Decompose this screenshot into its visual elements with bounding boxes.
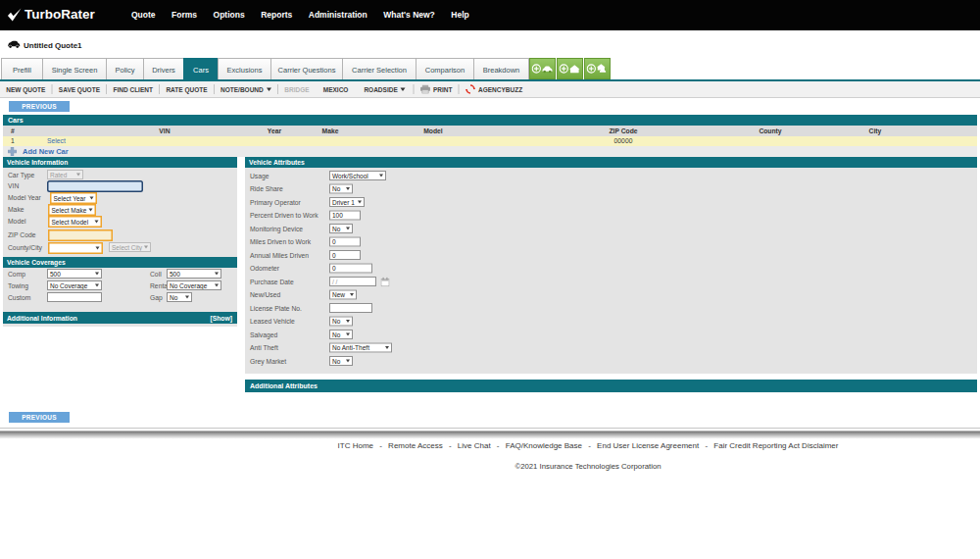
menu-options[interactable]: Options	[214, 11, 245, 21]
quote-title: Untitled Quote1	[24, 41, 82, 50]
towing-label: Towing	[8, 282, 28, 290]
comp-select[interactable]: 500	[47, 269, 102, 279]
add-auto-quote-button[interactable]	[529, 58, 556, 79]
model-year-select[interactable]: Select Year	[50, 192, 97, 204]
add-auto-home-quote-button[interactable]	[584, 58, 611, 79]
annual-miles-input[interactable]: 0	[329, 250, 361, 260]
find-client-button[interactable]: FIND CLIENT	[107, 85, 159, 93]
ride-share-select[interactable]: No	[329, 184, 353, 194]
car-row-1: 1 Select 00000	[3, 136, 977, 146]
footer-link-itc-home[interactable]: ITC Home	[336, 441, 375, 450]
percent-driven-label: Percent Driven to Work	[250, 212, 318, 220]
menu-forms[interactable]: Forms	[172, 11, 197, 21]
quote-header-row: Untitled Quote1	[0, 30, 980, 58]
new-quote-button[interactable]: NEW QUOTE	[0, 85, 52, 93]
county-select[interactable]	[48, 242, 103, 254]
column-header-vin: VIN	[159, 127, 170, 135]
menu-reports[interactable]: Reports	[261, 11, 292, 21]
footer-links: ITC Home - Remote Access - Live Chat - F…	[245, 441, 931, 450]
car-type-label: Car Type	[8, 172, 34, 179]
vin-input[interactable]	[47, 180, 143, 192]
custom-input[interactable]	[47, 292, 102, 302]
leased-vehicle-label: Leased Vehicle	[250, 318, 295, 326]
tab-cars[interactable]: Cars	[183, 58, 219, 79]
add-home-quote-button[interactable]	[557, 58, 583, 79]
grey-market-label: Grey Market	[250, 358, 286, 366]
leased-vehicle-select[interactable]: No	[329, 317, 353, 327]
miles-driven-input[interactable]: 0	[329, 237, 361, 247]
previous-button-top[interactable]: PREVIOUS	[9, 101, 70, 112]
roadside-button[interactable]: ROADSIDE	[356, 85, 413, 93]
tab-prefill[interactable]: Prefill	[1, 58, 43, 79]
zip-code-input[interactable]	[48, 229, 113, 241]
calendar-icon[interactable]	[381, 278, 390, 287]
footer-link-remote-access[interactable]: Remote Access	[386, 441, 445, 450]
new-used-select[interactable]: New	[329, 290, 357, 300]
tab-single-screen[interactable]: Single Screen	[42, 58, 107, 79]
monitoring-device-label: Monitoring Device	[250, 226, 303, 233]
make-label: Make	[8, 206, 24, 214]
tab-breakdown[interactable]: Breakdown	[473, 58, 529, 79]
gap-label: Gap	[150, 294, 163, 302]
mexico-button[interactable]: MEXICO	[316, 85, 357, 93]
print-button[interactable]: PRINT	[415, 85, 459, 94]
vehicle-coverages-header: Vehicle Coverages	[3, 257, 237, 268]
salvaged-select[interactable]: No	[329, 330, 353, 339]
tab-comparison[interactable]: Comparison	[416, 58, 474, 79]
rental-select[interactable]: No Coverage	[167, 280, 221, 290]
agencybuzz-button[interactable]: AGENCYBUZZ	[460, 84, 529, 94]
column-header-city: City	[869, 127, 882, 135]
tab-carrier-selection[interactable]: Carrier Selection	[342, 58, 416, 79]
footer-link-faq[interactable]: FAQ/Knowledge Base	[504, 441, 584, 450]
odometer-input[interactable]: 0	[329, 264, 372, 274]
menu-administration[interactable]: Administration	[309, 11, 368, 21]
vehicle-information-header: Vehicle Information	[3, 157, 237, 168]
footer-link-live-chat[interactable]: Live Chat	[456, 441, 493, 450]
dropdown-caret-icon	[267, 87, 271, 91]
footer-copyright: ©2021 Insurance Technologies Corporation	[245, 462, 931, 471]
purchase-date-input[interactable]: / /	[329, 277, 376, 286]
coll-label: Coll	[150, 271, 162, 279]
vehicle-attributes-panel: Vehicle Attributes Usage Work/School Rid…	[245, 157, 977, 374]
add-new-car-link[interactable]: Add New Car	[23, 147, 69, 156]
add-new-car-row: Add New Car	[3, 146, 977, 157]
quote-tabs: Prefill Single Screen Policy Drivers Car…	[1, 58, 611, 79]
model-select[interactable]: Select Model	[48, 216, 102, 228]
menu-quote[interactable]: Quote	[131, 11, 156, 21]
make-select[interactable]: Select Make	[48, 204, 96, 216]
monitoring-device-select[interactable]: No	[329, 224, 353, 233]
footer-link-fcra[interactable]: Fair Credit Reporting Act Disclaimer	[711, 441, 840, 450]
turborater-logo[interactable]: TurboRater	[7, 7, 95, 23]
percent-driven-input[interactable]: 100	[329, 211, 361, 221]
usage-select[interactable]: Work/School	[329, 171, 386, 180]
footer-shadow	[0, 432, 980, 440]
tab-policy[interactable]: Policy	[106, 58, 144, 79]
tab-drivers[interactable]: Drivers	[143, 58, 184, 79]
purchase-date-label: Purchase Date	[250, 279, 294, 286]
add-home-icon	[560, 63, 581, 76]
menu-help[interactable]: Help	[451, 11, 468, 21]
license-plate-input[interactable]	[329, 303, 372, 313]
tab-carrier-questions[interactable]: Carrier Questions	[270, 58, 343, 79]
menu-whats-new[interactable]: What's New?	[383, 11, 435, 21]
primary-operator-select[interactable]: Driver 1	[329, 197, 365, 207]
county-city-label: County/City	[8, 244, 42, 252]
anti-theft-select[interactable]: No Anti-Theft	[329, 343, 392, 353]
bridge-button: BRIDGE	[278, 85, 316, 93]
towing-select[interactable]: No Coverage	[47, 280, 102, 290]
gap-select[interactable]: No	[167, 292, 192, 302]
grey-market-select[interactable]: No	[329, 356, 353, 366]
save-quote-button[interactable]: SAVE QUOTE	[53, 85, 107, 93]
footer-link-eula[interactable]: End User License Agreement	[595, 441, 701, 450]
coll-select[interactable]: 500	[167, 269, 221, 279]
previous-button-bottom[interactable]: PREVIOUS	[9, 412, 70, 423]
add-auto-home-icon	[587, 63, 609, 76]
salvaged-label: Salvaged	[250, 331, 277, 339]
printer-icon	[420, 85, 430, 94]
license-plate-label: License Plate No.	[250, 305, 302, 313]
rate-quote-button[interactable]: RATE QUOTE	[160, 85, 214, 93]
additional-information-show-toggle[interactable]: [Show]	[211, 314, 233, 322]
note-bound-button[interactable]: NOTE/BOUND	[215, 85, 277, 93]
tab-exclusions[interactable]: Exclusions	[218, 58, 271, 79]
car-select-link[interactable]: Select	[47, 137, 66, 145]
